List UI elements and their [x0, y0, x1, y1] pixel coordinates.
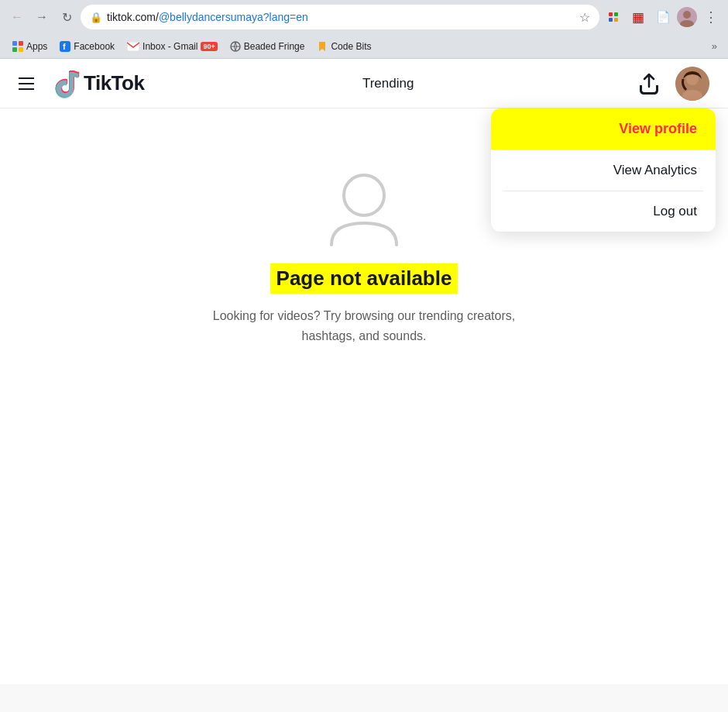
view-analytics-label: View Analytics [613, 163, 697, 178]
user-avatar-image [675, 67, 709, 101]
svg-rect-1 [614, 12, 618, 16]
back-button[interactable]: ← [6, 6, 28, 28]
svg-rect-2 [609, 18, 613, 22]
bookmark-star-icon[interactable]: ☆ [579, 10, 590, 25]
page-subtitle: Looking for videos? Try browsing our tre… [186, 306, 542, 346]
bookmark-apps-label: Apps [26, 41, 47, 52]
gmail-icon [127, 42, 139, 51]
facebook-icon: f [60, 41, 70, 52]
url-text: tiktok.com/@bellydancersumaya?lang=en [107, 11, 575, 23]
log-out-label: Log out [653, 204, 697, 219]
tiktok-trending-label: Trending [144, 76, 632, 91]
forward-button[interactable]: → [31, 6, 53, 28]
reload-button[interactable]: ↻ [56, 6, 77, 28]
address-bar[interactable]: 🔒 tiktok.com/@bellydancersumaya?lang=en … [81, 5, 599, 29]
browser-toolbar: ← → ↻ 🔒 tiktok.com/@bellydancersumaya?la… [0, 0, 728, 34]
bookmark-icon [317, 41, 328, 52]
bookmark-gmail-label: Inbox - Gmail [143, 41, 197, 52]
svg-rect-3 [614, 18, 618, 22]
bookmark-gmail[interactable]: Inbox - Gmail 90+ [121, 39, 224, 54]
tiktok-page: TikTok Trending [0, 59, 728, 684]
gmail-badge: 90+ [201, 42, 217, 51]
bookmark-code-bits-label: Code Bits [331, 41, 371, 52]
svg-point-18 [344, 175, 384, 215]
hamburger-button[interactable] [19, 71, 43, 96]
view-analytics-item[interactable]: View Analytics [491, 150, 716, 191]
tiktok-header-right [632, 67, 709, 101]
extensions-button[interactable] [603, 6, 624, 28]
tiktok-wordmark: TikTok [84, 71, 144, 95]
bookmark-facebook[interactable]: f Facebook [53, 39, 121, 54]
bookmark-apps[interactable]: Apps [6, 39, 53, 54]
empty-user-icon [327, 167, 401, 248]
log-out-item[interactable]: Log out [491, 191, 716, 232]
svg-rect-12 [127, 42, 139, 51]
bookmark-code-bits[interactable]: Code Bits [311, 39, 377, 54]
svg-rect-0 [609, 12, 613, 16]
more-bookmarks-button[interactable]: » [707, 38, 722, 54]
lock-icon: 🔒 [90, 12, 102, 23]
menu-button[interactable]: ⋮ [700, 6, 722, 28]
user-placeholder-icon [327, 170, 401, 245]
upload-button[interactable] [632, 67, 666, 101]
tiktok-note-icon [53, 68, 81, 99]
tiktok-logo[interactable]: TikTok [53, 68, 144, 99]
svg-rect-8 [12, 47, 17, 52]
svg-point-4 [683, 11, 691, 19]
profile-avatar[interactable] [677, 7, 697, 27]
svg-rect-7 [19, 41, 23, 46]
bookmarks-bar: Apps f Facebook Inbox - Gmail 90+ [0, 34, 728, 59]
toolbar-icons: ▦ 📄 ⋮ [603, 6, 722, 28]
bookmark-beaded-fringe[interactable]: Beaded Fringe [224, 39, 311, 54]
globe-icon [230, 41, 241, 52]
upload-icon [635, 70, 663, 98]
svg-rect-9 [19, 47, 23, 52]
browser-chrome: ← → ↻ 🔒 tiktok.com/@bellydancersumaya?la… [0, 0, 728, 59]
bookmark-beaded-fringe-label: Beaded Fringe [244, 41, 305, 52]
svg-text:f: f [63, 42, 66, 51]
svg-rect-6 [12, 41, 17, 46]
tiktok-header: TikTok Trending [0, 59, 728, 108]
bookmark-facebook-label: Facebook [74, 41, 115, 52]
svg-point-5 [680, 20, 694, 27]
pdf-extension-button[interactable]: 📄 [652, 6, 674, 28]
user-avatar-button[interactable] [675, 67, 709, 101]
view-profile-label: View profile [619, 121, 697, 137]
view-profile-item[interactable]: View profile [491, 108, 716, 150]
profile-dropdown-menu: View profile View Analytics Log out [491, 108, 716, 232]
apps-grid-icon [12, 41, 23, 52]
shield-extension-button[interactable]: ▦ [627, 6, 649, 28]
page-not-available-title: Page not available [270, 263, 458, 294]
